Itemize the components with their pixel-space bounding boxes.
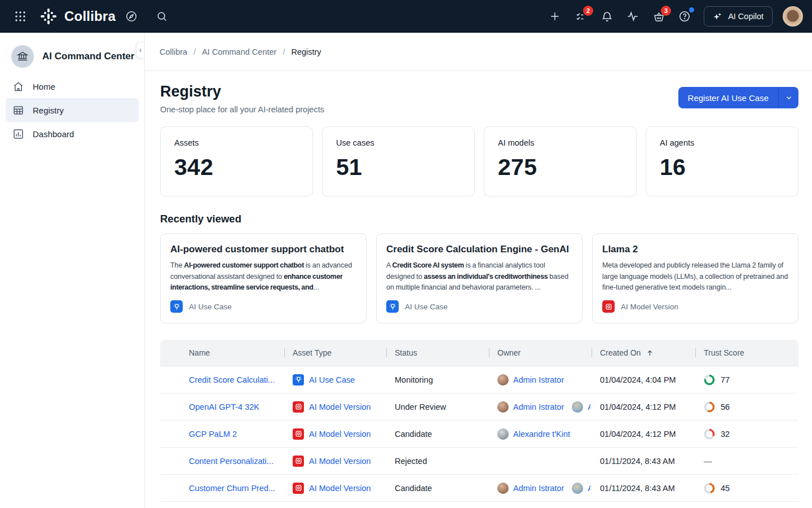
asset-type-label: AI Use Case — [405, 303, 448, 311]
activity-icon[interactable] — [621, 5, 644, 28]
help-icon[interactable] — [673, 5, 696, 28]
register-dropdown-button[interactable] — [778, 87, 798, 108]
trust-score-cell: 77 — [695, 374, 798, 386]
model-chip-icon — [293, 428, 304, 440]
trust-score-ring — [704, 374, 715, 386]
column-header-status[interactable]: Status — [386, 340, 489, 366]
asset-name-link[interactable]: Content Personalizati... — [160, 457, 284, 466]
ai-copilot-label: AI Copilot — [728, 12, 764, 21]
sidebar-title: AI Command Center — [42, 51, 134, 62]
asset-type-cell[interactable]: AI Use Case — [284, 374, 386, 386]
asset-type-cell[interactable]: AI Model Version — [284, 483, 386, 494]
table-row: GCP PaLM 2AI Model VersionCandidateAlexa… — [160, 421, 798, 448]
owner-link[interactable]: Admin Istrator — [513, 484, 564, 493]
asset-type-badge: AI Model Version — [602, 300, 789, 313]
owner-cell: Admin Istrator — [489, 374, 592, 386]
sidebar-collapse-button[interactable]: ‹ — [136, 42, 144, 59]
sidebar-item-home[interactable]: Home — [6, 75, 139, 98]
topbar: Collibra 2 3 — [0, 0, 812, 33]
breadcrumb-collibra[interactable]: Collibra — [160, 47, 187, 56]
sidebar-item-label: Home — [33, 82, 55, 91]
recently-viewed-card[interactable]: Credit Score Calculation Engine - GenAIA… — [376, 233, 582, 323]
trust-score-cell: 45 — [695, 483, 798, 494]
tasks-icon[interactable]: 2 — [570, 5, 592, 28]
asset-type-link: AI Model Version — [309, 457, 371, 466]
asset-type-cell[interactable]: AI Model Version — [284, 456, 386, 467]
compass-icon[interactable] — [120, 5, 143, 28]
command-center-icon — [11, 45, 34, 68]
collibra-logo-icon — [39, 7, 58, 25]
recently-viewed-grid: AI-powered customer support chatbotThe A… — [160, 233, 798, 323]
search-icon[interactable] — [151, 5, 173, 28]
home-icon — [12, 81, 24, 93]
owner-link-truncated: A — [588, 402, 590, 411]
ai-copilot-button[interactable]: AI Copilot — [704, 6, 773, 27]
app-grid-icon[interactable] — [9, 5, 32, 28]
collibra-logo[interactable]: Collibra — [39, 7, 116, 25]
asset-name-link[interactable]: Credit Score Calculati... — [160, 375, 284, 384]
recently-viewed-card[interactable]: Llama 2Meta developed and publicly relea… — [592, 233, 798, 323]
column-header-created-on[interactable]: Created On — [592, 340, 695, 366]
owner-cell: Admin IstratorA — [489, 401, 592, 413]
breadcrumb-ai-command-center[interactable]: AI Command Center — [202, 47, 276, 56]
table-row: Content Personalizati...AI Model Version… — [160, 448, 798, 475]
add-icon[interactable] — [544, 5, 566, 28]
owner-avatar — [497, 401, 509, 413]
owner-cell: Alexandre t'Kint — [489, 428, 592, 440]
asset-type-cell[interactable]: AI Model Version — [284, 428, 386, 440]
created-on-cell: 01/04/2024, 4:12 PM — [592, 430, 695, 439]
trust-score-empty: — — [695, 457, 798, 466]
registry-table: NameAsset TypeStatusOwnerCreated OnTrust… — [160, 340, 798, 502]
stats-row: Assets342Use cases51AI models275AI agent… — [160, 126, 798, 196]
stat-label: AI models — [498, 138, 623, 147]
column-header-asset-type[interactable]: Asset Type — [284, 340, 386, 366]
asset-name-link[interactable]: GCP PaLM 2 — [160, 430, 284, 439]
table-row: Credit Score Calculati...AI Use CaseMoni… — [160, 366, 798, 393]
trust-score-value: 32 — [721, 430, 730, 439]
user-avatar[interactable] — [783, 6, 803, 27]
registry-icon — [12, 104, 24, 116]
asset-type-link: AI Model Version — [309, 430, 371, 439]
asset-type-badge: AI Use Case — [386, 300, 573, 313]
owner-avatar — [497, 374, 509, 386]
stat-value: 342 — [174, 154, 299, 181]
column-label: Name — [189, 348, 210, 357]
stat-card-assets: Assets342 — [160, 126, 313, 196]
column-header-owner[interactable]: Owner — [489, 340, 592, 366]
stat-value: 51 — [336, 154, 461, 181]
page-title: Registry — [160, 83, 324, 100]
register-ai-use-case-button[interactable]: Register AI Use Case — [678, 87, 778, 108]
sidebar-item-label: Dashboard — [33, 129, 74, 139]
sidebar-item-registry[interactable]: Registry — [6, 98, 139, 122]
status-cell: Under Review — [386, 402, 489, 411]
stat-label: Assets — [174, 138, 299, 147]
model-chip-icon — [293, 456, 304, 467]
card-title: Llama 2 — [602, 244, 789, 255]
status-cell: Monitoring — [386, 375, 489, 384]
column-header-name[interactable]: Name — [160, 340, 284, 366]
asset-name-link[interactable]: Customer Churn Pred... — [160, 484, 284, 493]
card-description: The AI-powered customer support chatbot … — [170, 260, 358, 294]
asset-type-label: AI Use Case — [189, 303, 232, 311]
asset-type-link: AI Model Version — [309, 484, 371, 493]
status-cell: Candidate — [386, 484, 489, 493]
breadcrumb-separator: / — [283, 47, 285, 56]
stat-card-ai-agents: AI agents16 — [646, 126, 798, 196]
asset-name-link[interactable]: OpenAI GPT-4 32K — [160, 402, 284, 411]
owner-link[interactable]: Admin Istrator — [513, 375, 564, 384]
recently-viewed-card[interactable]: AI-powered customer support chatbotThe A… — [160, 233, 367, 323]
owner-avatar — [572, 483, 583, 494]
model-chip-icon — [293, 401, 304, 413]
asset-type-cell[interactable]: AI Model Version — [284, 401, 386, 413]
owner-link[interactable]: Alexandre t'Kint — [513, 430, 570, 439]
notifications-icon[interactable] — [595, 5, 618, 28]
register-ai-use-case-split-button: Register AI Use Case — [678, 87, 798, 108]
sidebar-item-dashboard[interactable]: Dashboard — [6, 122, 139, 146]
status-cell: Rejected — [386, 457, 489, 466]
column-header-trust-score[interactable]: Trust Score — [695, 340, 798, 366]
sparkles-icon — [713, 11, 723, 21]
basket-icon[interactable]: 3 — [647, 5, 670, 28]
owner-link[interactable]: Admin Istrator — [513, 402, 564, 411]
card-title: AI-powered customer support chatbot — [170, 244, 358, 255]
sidebar-nav: HomeRegistryDashboard — [0, 73, 144, 147]
